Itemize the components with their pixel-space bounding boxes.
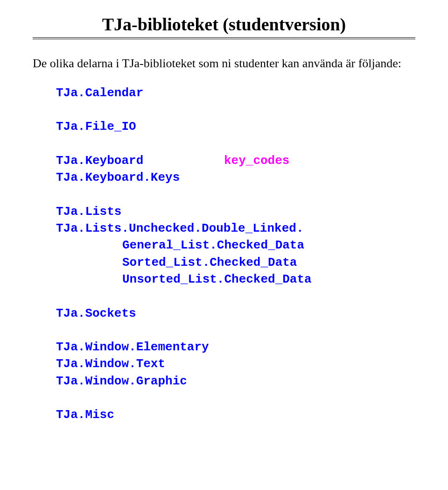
code-line-lists: TJa.Lists — [56, 203, 415, 220]
code-line-key-codes: key_codes — [224, 152, 289, 169]
intro-text: De olika delarna i TJa-biblioteket som n… — [33, 55, 415, 71]
blank-line — [56, 390, 415, 406]
code-line-general-list: General_List.Checked_Data — [56, 237, 415, 254]
code-line-misc: TJa.Misc — [56, 406, 415, 423]
title-rule — [33, 37, 415, 39]
code-line-unsorted-list: Unsorted_List.Checked_Data — [56, 271, 415, 288]
code-line-window-text: TJa.Window.Text — [56, 355, 415, 372]
code-line-lists-unchecked: TJa.Lists.Unchecked.Double_Linked. — [56, 220, 415, 237]
blank-line — [56, 288, 415, 305]
code-line-sorted-list: Sorted_List.Checked_Data — [56, 254, 415, 271]
code-line-keyboard: TJa.Keyboard — [56, 152, 224, 169]
blank-line — [56, 186, 415, 203]
code-line-file-io: TJa.File_IO — [56, 118, 415, 135]
code-line-window-graphic: TJa.Window.Graphic — [56, 373, 415, 390]
blank-line — [56, 135, 415, 152]
code-line-sockets: TJa.Sockets — [56, 305, 415, 322]
code-block: TJa.Calendar TJa.File_IO TJa.Keyboard ke… — [33, 85, 415, 423]
code-line-window-elementary: TJa.Window.Elementary — [56, 339, 415, 355]
code-line-calendar: TJa.Calendar — [56, 85, 415, 101]
blank-line — [56, 322, 415, 339]
blank-line — [56, 101, 415, 118]
code-line-keyboard-row: TJa.Keyboard key_codes — [56, 152, 415, 169]
page-title: TJa-biblioteket (studentversion) — [33, 14, 415, 35]
code-line-keyboard-keys: TJa.Keyboard.Keys — [56, 169, 415, 186]
